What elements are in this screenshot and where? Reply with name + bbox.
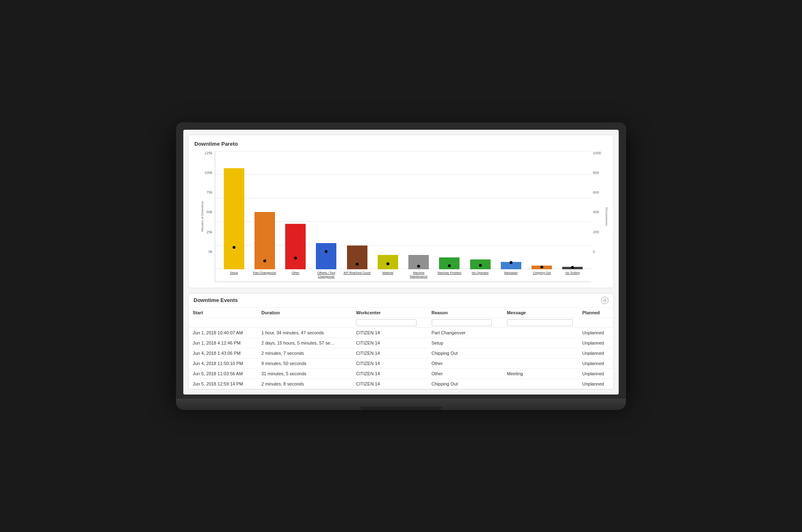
bar-4 bbox=[347, 246, 367, 269]
table-row: Jun 1, 2018 4:12:46 PM2 days, 15 hours, … bbox=[189, 338, 613, 348]
x-label-2: Other bbox=[281, 269, 310, 282]
bar-2 bbox=[285, 224, 306, 269]
chart-title: Downtime Pareto bbox=[194, 141, 608, 147]
cell-duration-4: 31 minutes, 5 seconds bbox=[257, 368, 352, 379]
cell-workcenter-1: CITIZEN 14 bbox=[352, 338, 427, 348]
chart-inner: SetupPart ChangeoverOtherOffsets / Tool … bbox=[215, 151, 591, 282]
col-start: Start bbox=[189, 308, 257, 318]
downtime-pareto-section: Downtime Pareto Minutes of Downtime 125k… bbox=[188, 135, 614, 288]
reason-filter-input[interactable] bbox=[432, 319, 492, 326]
bar-dot-6 bbox=[417, 265, 420, 268]
bar-dot-7 bbox=[448, 264, 451, 267]
y-right-tick-800: 800 bbox=[593, 171, 599, 175]
bar-1 bbox=[255, 212, 275, 269]
screen-bezel: Downtime Pareto Minutes of Downtime 125k… bbox=[176, 122, 626, 399]
cell-reason-1: Setup bbox=[428, 338, 503, 348]
cell-reason-2: Chipping Out bbox=[428, 348, 503, 358]
table-row: Jun 1, 2018 10:40:07 AM1 hour, 34 minute… bbox=[189, 327, 613, 338]
bar-9 bbox=[501, 262, 521, 269]
laptop-frame: Downtime Pareto Minutes of Downtime 125k… bbox=[176, 122, 626, 410]
bar-group-1 bbox=[250, 151, 279, 269]
bar-dot-10 bbox=[541, 266, 543, 268]
bar-7 bbox=[439, 257, 460, 269]
cell-start-3: Jun 4, 2018 11:50:10 PM bbox=[189, 358, 257, 368]
filter-row bbox=[189, 318, 613, 327]
bar-dot-5 bbox=[386, 262, 389, 265]
cell-planned-1: Unplanned bbox=[578, 338, 613, 348]
bar-group-7 bbox=[435, 151, 464, 269]
y-right-tick-400: 400 bbox=[593, 210, 599, 214]
x-label-9: Barloader bbox=[496, 269, 525, 282]
cell-workcenter-4: CITIZEN 14 bbox=[352, 368, 427, 379]
cell-planned-4: Unplanned bbox=[578, 368, 613, 379]
y-right-tick-600: 600 bbox=[593, 190, 599, 194]
bar-group-8 bbox=[466, 151, 495, 269]
x-label-5: Material bbox=[373, 269, 402, 282]
cell-workcenter-2: CITIZEN 14 bbox=[352, 348, 427, 358]
x-label-8: No Operator bbox=[466, 269, 495, 282]
filter-message bbox=[503, 318, 578, 327]
bar-dot-2 bbox=[294, 257, 297, 259]
downtime-events-table: Start Duration Workcenter Reason Message… bbox=[189, 308, 613, 389]
x-label-0: Setup bbox=[219, 269, 248, 282]
y-right-tick-0: 0 bbox=[593, 250, 595, 254]
y-axis-right-label: Occurrences bbox=[605, 207, 608, 225]
y-right-tick-200: 200 bbox=[593, 230, 599, 234]
bar-group-11 bbox=[558, 151, 587, 269]
table-section-title: Downtime Events bbox=[194, 297, 238, 303]
download-button[interactable]: ⊙ bbox=[601, 297, 608, 304]
table-column-headers: Start Duration Workcenter Reason Message… bbox=[189, 308, 613, 318]
col-reason: Reason bbox=[428, 308, 503, 318]
cell-planned-2: Unplanned bbox=[578, 348, 613, 358]
y-axis-right: Occurrences 1000 800 600 400 200 0 bbox=[591, 151, 608, 282]
bar-group-10 bbox=[527, 151, 556, 269]
y-tick-75k: 75k bbox=[206, 190, 212, 194]
x-label-7: Machine Problem bbox=[435, 269, 464, 282]
cell-reason-0: Part Changeover bbox=[428, 327, 503, 338]
cell-reason-5: Chipping Out bbox=[428, 379, 503, 389]
cell-message-3 bbox=[503, 358, 578, 368]
filter-duration bbox=[257, 318, 352, 327]
cell-duration-0: 1 hour, 34 minutes, 47 seconds bbox=[257, 327, 352, 338]
bar-group-4 bbox=[342, 151, 372, 269]
filter-reason bbox=[428, 318, 503, 327]
cell-planned-5: Unplanned bbox=[578, 379, 613, 389]
bars-area bbox=[215, 151, 591, 269]
y-tick-0k: 0k bbox=[208, 250, 212, 254]
bar-dot-0 bbox=[232, 246, 235, 249]
bar-dot-4 bbox=[356, 263, 358, 266]
cell-planned-3: Unplanned bbox=[578, 358, 613, 368]
col-planned: Planned bbox=[578, 308, 613, 318]
bar-10 bbox=[532, 266, 552, 269]
table-row: Jun 5, 2018 12:59:14 PM2 minutes, 8 seco… bbox=[189, 379, 613, 389]
downtime-events-section: Downtime Events ⊙ Start Duration Workcen… bbox=[188, 293, 614, 390]
bar-dot-11 bbox=[571, 266, 574, 269]
bar-8 bbox=[470, 259, 491, 269]
y-right-tick-1000: 1000 bbox=[593, 151, 601, 155]
message-filter-input[interactable] bbox=[507, 319, 573, 326]
bar-3 bbox=[316, 243, 336, 269]
laptop-base bbox=[176, 399, 626, 410]
filter-workcenter bbox=[352, 318, 427, 327]
bar-0 bbox=[224, 168, 244, 269]
bar-dot-8 bbox=[479, 264, 482, 267]
bar-group-6 bbox=[404, 151, 433, 269]
cell-planned-0: Unplanned bbox=[578, 327, 613, 338]
screen: Downtime Pareto Minutes of Downtime 125k… bbox=[183, 130, 619, 394]
bar-dot-3 bbox=[325, 250, 328, 253]
bar-group-9 bbox=[496, 151, 525, 269]
cell-start-5: Jun 5, 2018 12:59:14 PM bbox=[189, 379, 257, 389]
cell-message-0 bbox=[503, 327, 578, 338]
bar-group-5 bbox=[373, 151, 402, 269]
cell-message-2 bbox=[503, 348, 578, 358]
chart-container: Minutes of Downtime 125k 100k 75k 50k 25… bbox=[194, 151, 608, 282]
cell-workcenter-5: CITIZEN 14 bbox=[352, 379, 427, 389]
cell-start-1: Jun 1, 2018 4:12:46 PM bbox=[189, 338, 257, 348]
workcenter-filter-input[interactable] bbox=[356, 319, 417, 326]
table-header-row: Downtime Events ⊙ bbox=[189, 293, 613, 308]
cell-duration-5: 2 minutes, 8 seconds bbox=[257, 379, 352, 389]
y-axis-left: Minutes of Downtime 125k 100k 75k 50k 25… bbox=[194, 151, 215, 282]
cell-start-4: Jun 5, 2018 11:03:56 AM bbox=[189, 368, 257, 379]
bar-dot-1 bbox=[263, 259, 266, 262]
x-label-3: Offsets / Tool Changeover bbox=[312, 269, 341, 282]
